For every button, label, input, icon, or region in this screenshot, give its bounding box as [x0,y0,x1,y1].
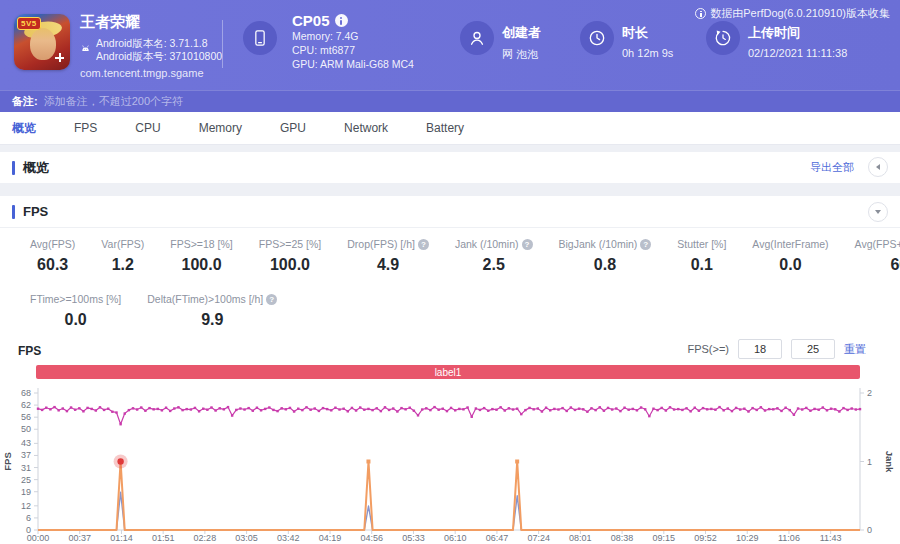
svg-text:62: 62 [21,400,31,410]
metric-label: Jank (/10min) [455,238,533,250]
game-icon-art [30,28,56,60]
metric: Delta(FTime)>100ms [/h]9.9 [147,293,277,329]
svg-text:FPS: FPS [2,452,13,470]
svg-text:56: 56 [21,412,31,422]
creator-value: 网 泡泡 [502,47,541,62]
svg-text:01:14: 01:14 [110,533,133,543]
fps-threshold-min-input[interactable] [738,339,782,359]
svg-text:43: 43 [21,438,31,448]
metric-value: 100.0 [170,256,232,274]
help-icon[interactable] [522,239,533,250]
help-icon[interactable] [418,239,429,250]
fps-threshold-max-input[interactable] [791,339,835,359]
metric-label: Var(FPS) [101,238,144,250]
duration-label: 时长 [622,24,673,42]
metric: BigJank (/10min)0.8 [559,238,652,274]
help-icon[interactable] [640,239,651,250]
metric-value: 100.0 [259,256,321,274]
metric-value: 60.3 [855,256,900,274]
svg-text:1: 1 [867,457,872,467]
metric-value: 9.9 [147,311,277,329]
perfdog-report-page: 5V5 王者荣耀 Android版本名: 3.71.1.8 Android版本号… [0,0,900,544]
svg-text:08:01: 08:01 [569,533,592,543]
metric-label: Avg(FPS+InterFrame) [855,238,900,250]
metric-value: 0.0 [752,256,828,274]
reset-link[interactable]: 重置 [844,342,866,357]
svg-text:08:38: 08:38 [611,533,634,543]
tab-cpu[interactable]: CPU [135,121,160,135]
svg-text:05:33: 05:33 [402,533,425,543]
metric: FPS>=25 [%]100.0 [259,238,321,274]
creator-label: 创建者 [502,24,541,42]
tab-fps[interactable]: FPS [74,121,97,135]
svg-text:07:24: 07:24 [527,533,550,543]
svg-text:19: 19 [21,487,31,497]
tab-overview[interactable]: 概览 [12,120,36,137]
tab-network[interactable]: Network [344,121,388,135]
metric: Drop(FPS) [/h]4.9 [347,238,429,274]
svg-text:10:29: 10:29 [736,533,759,543]
clock-icon [587,28,607,48]
device-model: CP05 [292,12,330,29]
metric-label: Stutter [%] [677,238,726,250]
package-name: com.tencent.tmgp.sgame [80,67,222,79]
fps-chart-svg[interactable]: 061219253137435056626801200:0000:3701:14… [0,384,900,544]
upload-value: 02/12/2021 11:11:38 [748,47,847,59]
metric-label: FPS>=25 [%] [259,238,321,250]
svg-text:68: 68 [21,388,31,398]
collapse-left-button[interactable] [868,157,888,177]
svg-text:00:37: 00:37 [68,533,91,543]
metric: Avg(InterFrame)0.0 [752,238,828,274]
metric-label: Avg(InterFrame) [752,238,828,250]
phone-icon [250,28,270,48]
metric-value: 0.0 [30,311,121,329]
info-icon[interactable] [335,14,348,27]
chevron-left-icon [876,164,880,170]
svg-text:11:43: 11:43 [820,533,842,543]
fps-metrics-row-1: Avg(FPS)60.3Var(FPS)1.2FPS>=18 [%]100.0F… [0,238,900,274]
tab-bar: 概览FPSCPUMemoryGPUNetworkBattery [0,112,900,145]
remark-bar[interactable]: 备注: 添加备注，不超过200个字符 [0,90,900,112]
export-all-link[interactable]: 导出全部 [810,160,854,175]
tab-memory[interactable]: Memory [199,121,242,135]
svg-text:37: 37 [21,450,31,460]
upload-avatar [706,21,740,55]
metric: Var(FPS)1.2 [101,238,144,274]
game-title: 王者荣耀 [80,13,222,32]
metric-label: Drop(FPS) [/h] [347,238,429,250]
svg-text:50: 50 [21,424,31,434]
collapse-down-button[interactable] [868,202,888,222]
label1-text: label1 [435,367,462,378]
section-accent-bar [12,161,15,175]
creator-block: 创建者 网 泡泡 [502,24,541,62]
svg-text:11:06: 11:06 [778,533,800,543]
chevron-down-icon [875,210,881,214]
svg-text:25: 25 [21,475,31,485]
android-version-name: Android版本名: 3.71.1.8 [96,37,222,50]
svg-text:09:15: 09:15 [653,533,676,543]
metric-label: Delta(FTime)>100ms [/h] [147,293,277,305]
header: 5V5 王者荣耀 Android版本名: 3.71.1.8 Android版本号… [0,0,900,90]
upload-label: 上传时间 [748,24,847,42]
svg-text:03:05: 03:05 [235,533,258,543]
metric: Jank (/10min)2.5 [455,238,533,274]
help-icon[interactable] [266,294,277,305]
device-memory: Memory: 7.4G [292,29,414,43]
metric-value: 60.3 [30,256,75,274]
svg-text:00:00: 00:00 [27,533,50,543]
metric-value: 0.1 [677,256,726,274]
duration-block: 时长 0h 12m 9s [622,24,673,59]
label1-band[interactable]: label1 [36,365,860,379]
tab-gpu[interactable]: GPU [280,121,306,135]
metric-value: 1.2 [101,256,144,274]
chart-title: FPS [18,344,41,358]
fps-title: FPS [23,204,48,219]
svg-text:03:42: 03:42 [277,533,300,543]
tab-battery[interactable]: Battery [426,121,464,135]
game-app-icon: 5V5 [14,14,70,70]
svg-text:12: 12 [21,501,31,511]
game-info: 王者荣耀 Android版本名: 3.71.1.8 Android版本号: 37… [80,13,222,79]
metric-label: BigJank (/10min) [559,238,652,250]
metric-label: FPS>=18 [%] [170,238,232,250]
upload-block: 上传时间 02/12/2021 11:11:38 [748,24,847,59]
